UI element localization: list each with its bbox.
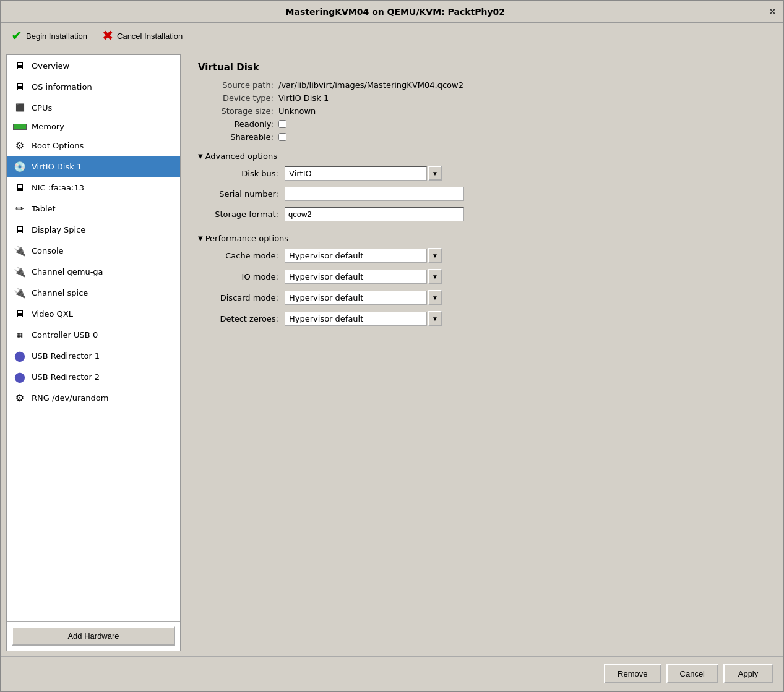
sidebar-label-console: Console: [32, 246, 64, 255]
cancel-button[interactable]: Cancel: [666, 664, 718, 683]
source-path-row: Source path: /var/lib/libvirt/images/Mas…: [198, 80, 765, 90]
discard-mode-select-wrapper: Hypervisor default ▼: [285, 290, 442, 305]
sidebar-footer: Add Hardware: [7, 621, 180, 651]
sidebar-item-channel-spice[interactable]: 🔌 Channel spice: [7, 282, 180, 303]
cancel-installation-button[interactable]: ✖ Cancel Installation: [102, 28, 183, 44]
storage-format-row: Storage format:: [198, 207, 765, 221]
disk-bus-label: Disk bus:: [198, 169, 285, 178]
storage-format-input[interactable]: [285, 207, 464, 221]
sidebar-label-rng: RNG /dev/urandom: [32, 393, 108, 403]
readonly-row: Readonly:: [198, 119, 765, 129]
cache-mode-select-box: Hypervisor default: [285, 249, 427, 263]
shareable-checkbox[interactable]: [278, 133, 286, 141]
advanced-options-label: Advanced options: [205, 152, 277, 161]
sidebar-label-cpus: CPUs: [32, 103, 52, 113]
sidebar-label-boot-options: Boot Options: [32, 141, 84, 150]
sidebar-label-nic: NIC :fa:aa:13: [32, 183, 84, 192]
display-spice-icon: 🖥: [13, 223, 27, 236]
detect-zeroes-select-box: Hypervisor default: [285, 312, 427, 326]
cache-mode-label: Cache mode:: [198, 251, 285, 260]
disk-bus-value: VirtIO: [289, 169, 312, 178]
add-hardware-button[interactable]: Add Hardware: [12, 626, 175, 646]
sidebar-item-virtio-disk-1[interactable]: 💿 VirtIO Disk 1: [7, 156, 180, 177]
storage-size-value: Unknown: [278, 106, 316, 116]
io-mode-dropdown-button[interactable]: ▼: [428, 269, 442, 284]
discard-mode-select-box: Hypervisor default: [285, 291, 427, 305]
io-mode-label: IO mode:: [198, 272, 285, 281]
discard-mode-row: Discard mode: Hypervisor default ▼: [198, 290, 765, 305]
begin-installation-label: Begin Installation: [26, 32, 87, 41]
channel-qemu-ga-icon: 🔌: [13, 265, 27, 278]
discard-mode-label: Discard mode:: [198, 293, 285, 302]
sidebar-item-display-spice[interactable]: 🖥 Display Spice: [7, 219, 180, 240]
sidebar-item-video-qxl[interactable]: 🖥 Video QXL: [7, 303, 180, 324]
nic-icon: 🖥: [13, 181, 27, 194]
sidebar-item-rng[interactable]: ⚙ RNG /dev/urandom: [7, 387, 180, 408]
sidebar-item-console[interactable]: 🔌 Console: [7, 240, 180, 261]
sidebar-item-os-information[interactable]: 🖥 OS information: [7, 76, 180, 97]
remove-button[interactable]: Remove: [604, 664, 661, 683]
console-icon: 🔌: [13, 244, 27, 257]
sidebar-label-usb-redirector-1: USB Redirector 1: [32, 351, 100, 361]
storage-size-label: Storage size:: [198, 106, 278, 116]
detect-zeroes-dropdown-button[interactable]: ▼: [428, 311, 442, 326]
serial-number-label: Serial number:: [198, 189, 285, 199]
title-bar: MasteringKVM04 on QEMU/KVM: PacktPhy02 ×: [1, 1, 783, 23]
sidebar-item-controller-usb[interactable]: ▦ Controller USB 0: [7, 324, 180, 345]
disk-bus-dropdown-button[interactable]: ▼: [428, 166, 442, 181]
sidebar: 🖥 Overview 🖥 OS information ⬛ CPUs Memor…: [6, 54, 181, 651]
begin-installation-button[interactable]: ✔ Begin Installation: [11, 28, 87, 44]
sidebar-item-nic[interactable]: 🖥 NIC :fa:aa:13: [7, 177, 180, 198]
os-info-icon: 🖥: [13, 80, 27, 93]
advanced-options-header[interactable]: ▼ Advanced options: [198, 152, 765, 161]
cache-mode-row: Cache mode: Hypervisor default ▼: [198, 248, 765, 263]
device-type-label: Device type:: [198, 93, 278, 103]
virtio-disk-icon: 💿: [13, 160, 27, 173]
cache-mode-dropdown-button[interactable]: ▼: [428, 248, 442, 263]
io-mode-select-box: Hypervisor default: [285, 270, 427, 284]
sidebar-item-tablet[interactable]: ✏ Tablet: [7, 198, 180, 219]
close-button[interactable]: ×: [770, 6, 775, 17]
channel-spice-icon: 🔌: [13, 286, 27, 299]
sidebar-item-overview[interactable]: 🖥 Overview: [7, 55, 180, 76]
sidebar-label-virtio-disk-1: VirtIO Disk 1: [32, 162, 82, 171]
detect-zeroes-row: Detect zeroes: Hypervisor default ▼: [198, 311, 765, 326]
io-mode-select-wrapper: Hypervisor default ▼: [285, 269, 442, 284]
sidebar-label-controller-usb: Controller USB 0: [32, 330, 98, 340]
sidebar-item-channel-qemu-ga[interactable]: 🔌 Channel qemu-ga: [7, 261, 180, 282]
discard-mode-value: Hypervisor default: [289, 293, 363, 302]
discard-mode-dropdown-button[interactable]: ▼: [428, 290, 442, 305]
disk-bus-select-box: VirtIO: [285, 166, 427, 181]
performance-options-header[interactable]: ▼ Performance options: [198, 234, 765, 243]
serial-number-row: Serial number:: [198, 187, 765, 201]
disk-bus-select-wrapper: VirtIO ▼: [285, 166, 442, 181]
sidebar-label-usb-redirector-2: USB Redirector 2: [32, 372, 100, 382]
serial-number-input[interactable]: [285, 187, 464, 201]
shareable-label: Shareable:: [198, 132, 278, 142]
sidebar-item-boot-options[interactable]: ⚙ Boot Options: [7, 135, 180, 156]
cancel-installation-label: Cancel Installation: [117, 32, 183, 41]
controller-usb-icon: ▦: [13, 328, 27, 341]
memory-icon: [13, 124, 27, 130]
boot-options-icon: ⚙: [13, 139, 27, 152]
shareable-row: Shareable:: [198, 132, 765, 142]
apply-button[interactable]: Apply: [723, 664, 773, 683]
disk-bus-row: Disk bus: VirtIO ▼: [198, 166, 765, 181]
sidebar-label-channel-spice: Channel spice: [32, 288, 88, 297]
sidebar-item-usb-redirector-2[interactable]: ⬤ USB Redirector 2: [7, 366, 180, 387]
check-icon: ✔: [11, 28, 22, 44]
detect-zeroes-select-wrapper: Hypervisor default ▼: [285, 311, 442, 326]
main-window: MasteringKVM04 on QEMU/KVM: PacktPhy02 ×…: [0, 0, 784, 692]
sidebar-item-memory[interactable]: Memory: [7, 118, 180, 135]
readonly-checkbox[interactable]: [278, 120, 286, 128]
sidebar-item-cpus[interactable]: ⬛ CPUs: [7, 97, 180, 118]
sidebar-label-video-qxl: Video QXL: [32, 309, 73, 318]
detail-panel: Virtual Disk Source path: /var/lib/libvi…: [186, 54, 778, 651]
toolbar: ✔ Begin Installation ✖ Cancel Installati…: [1, 23, 783, 49]
section-title: Virtual Disk: [198, 62, 765, 73]
source-path-label: Source path:: [198, 80, 278, 90]
window-title: MasteringKVM04 on QEMU/KVM: PacktPhy02: [21, 7, 770, 17]
sidebar-item-usb-redirector-1[interactable]: ⬤ USB Redirector 1: [7, 345, 180, 366]
storage-size-row: Storage size: Unknown: [198, 106, 765, 116]
main-content: 🖥 Overview 🖥 OS information ⬛ CPUs Memor…: [1, 49, 783, 656]
